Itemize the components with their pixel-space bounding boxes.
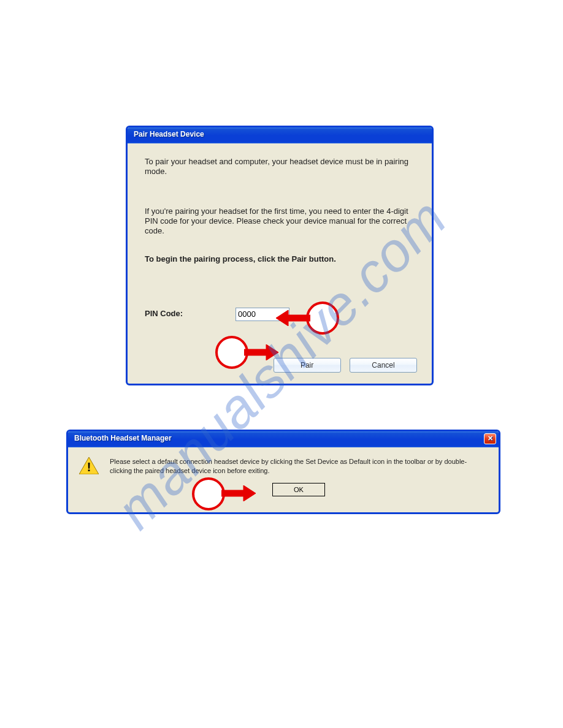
instruction-text-1: To pair your headset and computer, your … [145, 157, 415, 177]
dialog-body: To pair your headset and computer, your … [128, 143, 432, 332]
ok-button[interactable]: OK [272, 483, 325, 496]
cancel-button[interactable]: Cancel [350, 358, 417, 373]
pin-code-label: PIN Code: [145, 309, 236, 319]
dialog2-title-text: Bluetooth Headset Manager [74, 434, 172, 442]
instruction-text-2: If you're pairing your headset for the f… [145, 207, 415, 237]
pin-code-row: PIN Code: [145, 308, 415, 321]
close-button[interactable]: ✕ [484, 433, 496, 444]
bluetooth-manager-dialog: Bluetooth Headset Manager ✕ ! Please sel… [66, 430, 500, 514]
warning-icon: ! [79, 457, 99, 496]
dialog2-button-row: OK [110, 483, 488, 496]
dialog-buttons: Pair Cancel [267, 358, 417, 373]
svg-text:!: ! [87, 460, 91, 474]
dialog2-message: Please select a default connection heads… [110, 457, 488, 476]
dialog2-message-area: Please select a default connection heads… [110, 457, 488, 496]
dialog2-title: Bluetooth Headset Manager ✕ [68, 431, 499, 447]
instruction-text-3: To begin the pairing process, click the … [145, 254, 415, 264]
pair-headset-dialog: Pair Headset Device To pair your headset… [126, 126, 434, 385]
pair-button[interactable]: Pair [274, 358, 341, 373]
pin-code-input[interactable] [236, 308, 289, 321]
dialog-title: Pair Headset Device [128, 127, 432, 143]
dialog2-body: ! Please select a default connection hea… [68, 447, 499, 501]
